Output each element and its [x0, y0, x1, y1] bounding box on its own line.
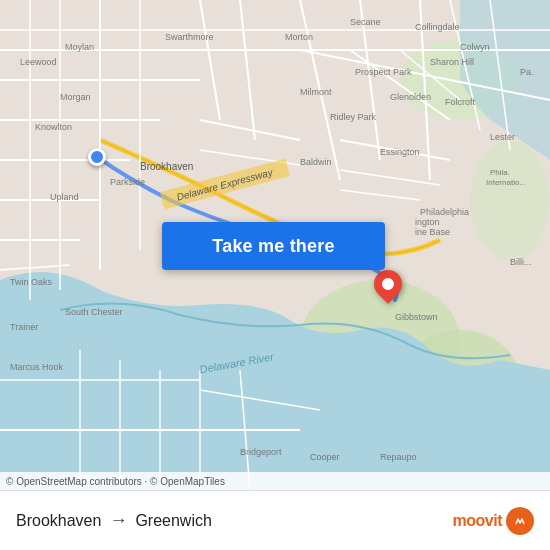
svg-text:Knowlton: Knowlton	[35, 122, 72, 132]
svg-text:Essington: Essington	[380, 147, 420, 157]
svg-text:Collingdale: Collingdale	[415, 22, 460, 32]
svg-text:Moylan: Moylan	[65, 42, 94, 52]
svg-text:Ridley Park: Ridley Park	[330, 112, 377, 122]
svg-text:Swarthmore: Swarthmore	[165, 32, 214, 42]
svg-text:Baldwin: Baldwin	[300, 157, 332, 167]
svg-text:Prospect Park: Prospect Park	[355, 67, 412, 77]
moovit-logo: moovit	[453, 507, 534, 535]
moovit-text: moovit	[453, 512, 502, 530]
svg-text:Morton: Morton	[285, 32, 313, 42]
svg-text:Milmont: Milmont	[300, 87, 332, 97]
svg-text:Twin Oaks: Twin Oaks	[10, 277, 53, 287]
svg-text:Colwyn: Colwyn	[460, 42, 490, 52]
svg-text:Upland: Upland	[50, 192, 79, 202]
origin-label: Brookhaven	[16, 512, 101, 530]
svg-text:ine Base: ine Base	[415, 227, 450, 237]
svg-text:Parkside: Parkside	[110, 177, 145, 187]
svg-text:Trainer: Trainer	[10, 322, 38, 332]
svg-text:Billi...: Billi...	[510, 257, 532, 267]
svg-text:Glenolden: Glenolden	[390, 92, 431, 102]
attribution-text: © OpenStreetMap contributors · © OpenMap…	[6, 476, 225, 487]
svg-text:Philadelphia: Philadelphia	[420, 207, 469, 217]
svg-text:Morgan: Morgan	[60, 92, 91, 102]
origin-marker	[88, 148, 106, 166]
svg-text:Phila.: Phila.	[490, 168, 510, 177]
map-container: Delaware Expressway Delaware River Brook…	[0, 0, 550, 490]
svg-point-4	[470, 140, 550, 260]
map-attribution: © OpenStreetMap contributors · © OpenMap…	[0, 472, 550, 490]
destination-label: Greenwich	[135, 512, 211, 530]
svg-text:Internatio...: Internatio...	[486, 178, 526, 187]
svg-text:Gibbstown: Gibbstown	[395, 312, 438, 322]
svg-text:Pa.: Pa.	[520, 67, 534, 77]
svg-text:South Chester: South Chester	[65, 307, 123, 317]
svg-text:Marcus Hook: Marcus Hook	[10, 362, 64, 372]
svg-text:ington: ington	[415, 217, 440, 227]
route-arrow-icon: →	[109, 510, 127, 531]
svg-text:Brookhaven: Brookhaven	[140, 161, 193, 172]
svg-text:Lester: Lester	[490, 132, 515, 142]
moovit-icon	[506, 507, 534, 535]
svg-text:Cooper: Cooper	[310, 452, 340, 462]
svg-text:Repaupo: Repaupo	[380, 452, 417, 462]
svg-text:Sharon Hill: Sharon Hill	[430, 57, 474, 67]
svg-text:Leewood: Leewood	[20, 57, 57, 67]
svg-point-82	[513, 514, 527, 528]
svg-text:Folcroft: Folcroft	[445, 97, 476, 107]
route-info: Brookhaven → Greenwich	[16, 510, 453, 531]
take-me-there-button[interactable]: Take me there	[162, 222, 385, 270]
bottom-bar: Brookhaven → Greenwich moovit	[0, 490, 550, 550]
svg-text:Bridgeport: Bridgeport	[240, 447, 282, 457]
svg-text:Secane: Secane	[350, 17, 381, 27]
